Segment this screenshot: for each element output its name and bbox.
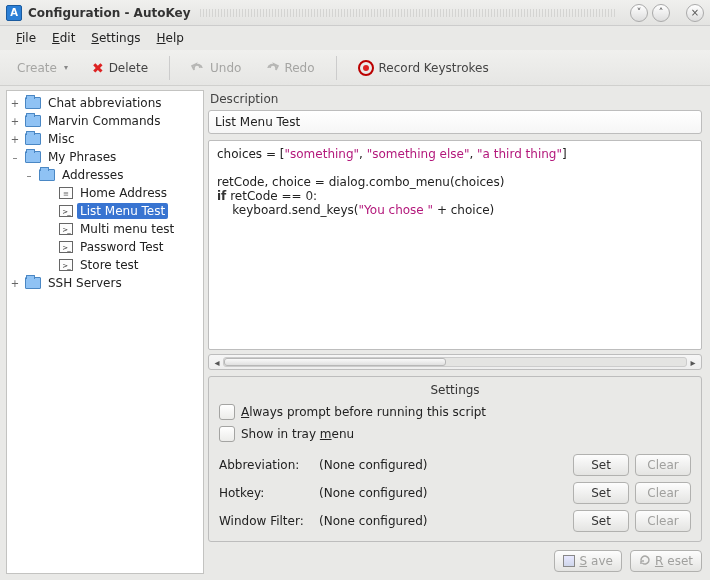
tree-node-folder[interactable]: +SSH Servers [7, 274, 203, 292]
tree-label: My Phrases [45, 149, 119, 165]
script-icon [59, 241, 73, 253]
always-prompt-checkbox[interactable] [219, 404, 235, 420]
scroll-left-icon[interactable]: ◂ [211, 357, 223, 368]
expander-icon[interactable]: + [9, 134, 21, 145]
folder-icon [25, 151, 41, 163]
tree-label: Misc [45, 131, 78, 147]
create-button[interactable]: Create▾ [8, 56, 77, 80]
tree-node-item[interactable]: Store test [7, 256, 203, 274]
tree-label: SSH Servers [45, 275, 125, 291]
folder-icon [39, 169, 55, 181]
folder-icon [25, 115, 41, 127]
phrase-icon [59, 187, 73, 199]
tree-node-folder[interactable]: +Misc [7, 130, 203, 148]
tree-label: Marvin Commands [45, 113, 163, 129]
scroll-thumb[interactable] [224, 358, 446, 366]
abbreviation-set-button[interactable]: Set [573, 454, 629, 476]
expander-icon[interactable]: – [23, 170, 35, 181]
abbreviation-label: Abbreviation: [219, 458, 319, 472]
description-input[interactable] [208, 110, 702, 134]
tree-node-item[interactable]: Password Test [7, 238, 203, 256]
tree-node-item[interactable]: Home Address [7, 184, 203, 202]
expander-icon[interactable]: + [9, 278, 21, 289]
redo-icon [265, 61, 279, 75]
delete-button[interactable]: ✖ Delete [83, 55, 157, 81]
tree-label: Chat abbreviations [45, 95, 165, 111]
close-button[interactable]: × [686, 4, 704, 22]
toolbar-separator [169, 56, 170, 80]
tree-node-item[interactable]: List Menu Test [7, 202, 203, 220]
abbreviation-clear-button[interactable]: Clear [635, 454, 691, 476]
menu-edit[interactable]: Edit [44, 29, 83, 47]
menu-file[interactable]: File [8, 29, 44, 47]
tree-label: Home Address [77, 185, 170, 201]
expander-icon[interactable]: + [9, 116, 21, 127]
tree-node-folder[interactable]: +Marvin Commands [7, 112, 203, 130]
hotkey-label: Hotkey: [219, 486, 319, 500]
scroll-track[interactable] [223, 357, 687, 367]
tree-node-folder[interactable]: +Chat abbreviations [7, 94, 203, 112]
detail-panel: Description choices = ["something", "som… [208, 90, 702, 574]
record-label: Record Keystrokes [379, 61, 489, 75]
tree-label: List Menu Test [77, 203, 168, 219]
tree-node-item[interactable]: Multi menu test [7, 220, 203, 238]
minimize-button[interactable]: ˅ [630, 4, 648, 22]
create-label: Create [17, 61, 57, 75]
title-bar: A Configuration - AutoKey ˅ ˄ × [0, 0, 710, 26]
window-title: Configuration - AutoKey [28, 6, 190, 20]
undo-button[interactable]: Undo [182, 56, 250, 80]
tree-node-folder[interactable]: –My Phrases [7, 148, 203, 166]
undo-icon [191, 61, 205, 75]
titlebar-grip [200, 9, 616, 17]
hotkey-value: (None configured) [319, 486, 573, 500]
description-label: Description [210, 92, 702, 106]
menu-help-label: elp [166, 31, 184, 45]
app-icon: A [6, 5, 22, 21]
script-editor[interactable]: choices = ["something", "something else"… [208, 140, 702, 350]
redo-label: Redo [284, 61, 314, 75]
redo-button[interactable]: Redo [256, 56, 323, 80]
expander-icon[interactable]: – [9, 152, 21, 163]
tree-node-folder[interactable]: –Addresses [7, 166, 203, 184]
folder-icon [25, 277, 41, 289]
tree-label: Store test [77, 257, 142, 273]
always-prompt-label: Always prompt before running this script [241, 405, 486, 419]
record-icon [358, 60, 374, 76]
reset-button[interactable]: Reset [630, 550, 702, 572]
show-tray-checkbox[interactable] [219, 426, 235, 442]
settings-panel: Settings Always prompt before running th… [208, 376, 702, 542]
menu-help[interactable]: Help [149, 29, 192, 47]
toolbar-separator [336, 56, 337, 80]
undo-label: Undo [210, 61, 241, 75]
toolbar: Create▾ ✖ Delete Undo Redo Record Keystr… [0, 50, 710, 86]
expander-icon[interactable]: + [9, 98, 21, 109]
window-filter-set-button[interactable]: Set [573, 510, 629, 532]
menu-edit-label: dit [60, 31, 76, 45]
window-filter-clear-button[interactable]: Clear [635, 510, 691, 532]
script-icon [59, 223, 73, 235]
settings-heading: Settings [219, 383, 691, 397]
hotkey-set-button[interactable]: Set [573, 482, 629, 504]
save-button[interactable]: Save [554, 550, 621, 572]
horizontal-scrollbar[interactable]: ◂ ▸ [208, 354, 702, 370]
maximize-button[interactable]: ˄ [652, 4, 670, 22]
menu-file-label: ile [22, 31, 36, 45]
folder-icon [25, 97, 41, 109]
script-icon [59, 205, 73, 217]
folder-tree[interactable]: +Chat abbreviations +Marvin Commands +Mi… [6, 90, 204, 574]
tree-label: Addresses [59, 167, 126, 183]
tree-label: Password Test [77, 239, 167, 255]
save-icon [563, 555, 575, 567]
window-filter-value: (None configured) [319, 514, 573, 528]
record-keystrokes-button[interactable]: Record Keystrokes [349, 55, 498, 81]
window-filter-label: Window Filter: [219, 514, 319, 528]
menu-settings[interactable]: Settings [83, 29, 148, 47]
footer-buttons: Save Reset [208, 550, 702, 572]
abbreviation-value: (None configured) [319, 458, 573, 472]
script-icon [59, 259, 73, 271]
hotkey-clear-button[interactable]: Clear [635, 482, 691, 504]
folder-icon [25, 133, 41, 145]
scroll-right-icon[interactable]: ▸ [687, 357, 699, 368]
main-split: +Chat abbreviations +Marvin Commands +Mi… [0, 86, 710, 580]
show-tray-label: Show in tray menu [241, 427, 354, 441]
